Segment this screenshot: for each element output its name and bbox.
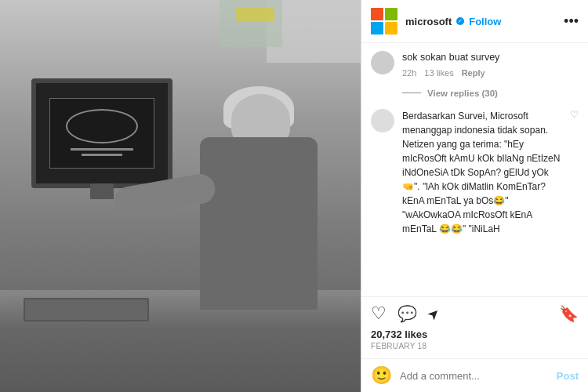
comments-list: sok sokan buat survey 22h 13 likes Reply…: [361, 43, 588, 296]
add-comment-input[interactable]: [400, 370, 557, 382]
long-comment-content: Berdasarkan Survei, Microsoft menanggap …: [402, 111, 560, 234]
long-comment-item: Berdasarkan Survei, Microsoft menanggap …: [371, 109, 579, 236]
replies-line: [402, 93, 421, 93]
verified-badge: [456, 17, 464, 25]
comment-like-icon[interactable]: ♡: [570, 109, 579, 120]
emoji-picker-icon[interactable]: 🙂: [371, 365, 392, 386]
bookmark-icon[interactable]: 🔖: [559, 304, 579, 323]
likes-count: 20,732 likes: [371, 328, 579, 340]
ms-logo-red: [371, 8, 383, 20]
header-info: microsoft Follow: [405, 16, 557, 27]
long-comment-body: Berdasarkan Survei, Microsoft menanggap …: [402, 109, 562, 236]
keyboard: [24, 298, 149, 321]
long-comment-text: Berdasarkan Survei, Microsoft menanggap …: [402, 109, 562, 236]
ms-logo-green: [385, 8, 397, 20]
photo-overlay-2: [220, 0, 282, 47]
yellow-strip: [235, 8, 274, 22]
comment-time: 22h: [402, 68, 416, 78]
more-options-button[interactable]: •••: [564, 13, 579, 30]
account-username: microsoft: [405, 16, 452, 27]
comment-likes: 13 likes: [424, 68, 453, 78]
post-image: [0, 0, 361, 392]
avatar: [371, 51, 394, 74]
view-replies-label[interactable]: View replies (30): [427, 89, 498, 98]
add-comment-bar: 🙂 Post: [361, 358, 588, 392]
comment-content: sok sokan buat survey: [402, 52, 499, 63]
comment-body: sok sokan buat survey 22h 13 likes Reply: [402, 51, 579, 78]
avatar: [371, 109, 394, 132]
follow-button[interactable]: Follow: [469, 16, 501, 27]
post-actions: ♡ 💬 ➤ 🔖 20,732 likes February 18: [361, 296, 588, 358]
ms-logo-yellow: [385, 22, 397, 34]
reply-button[interactable]: Reply: [462, 68, 485, 78]
comment-item: sok sokan buat survey 22h 13 likes Reply: [371, 51, 579, 78]
person-silhouette: [172, 86, 329, 337]
monitor: [31, 78, 172, 188]
share-icon[interactable]: ➤: [423, 303, 444, 324]
ms-logo-blue: [371, 22, 383, 34]
microsoft-logo: [371, 8, 397, 34]
comment-meta: 22h 13 likes Reply: [402, 68, 579, 78]
like-icon[interactable]: ♡: [371, 303, 387, 324]
comment-icon[interactable]: 💬: [397, 304, 417, 323]
comment-text: sok sokan buat survey: [402, 51, 579, 65]
post-comment-button[interactable]: Post: [557, 370, 579, 382]
comments-panel: microsoft Follow ••• sok sokan buat surv…: [361, 0, 588, 392]
view-replies[interactable]: View replies (30): [402, 89, 579, 98]
action-icons-row: ♡ 💬 ➤ 🔖: [371, 303, 579, 324]
post-header: microsoft Follow •••: [361, 0, 588, 43]
post-date: February 18: [371, 342, 579, 350]
